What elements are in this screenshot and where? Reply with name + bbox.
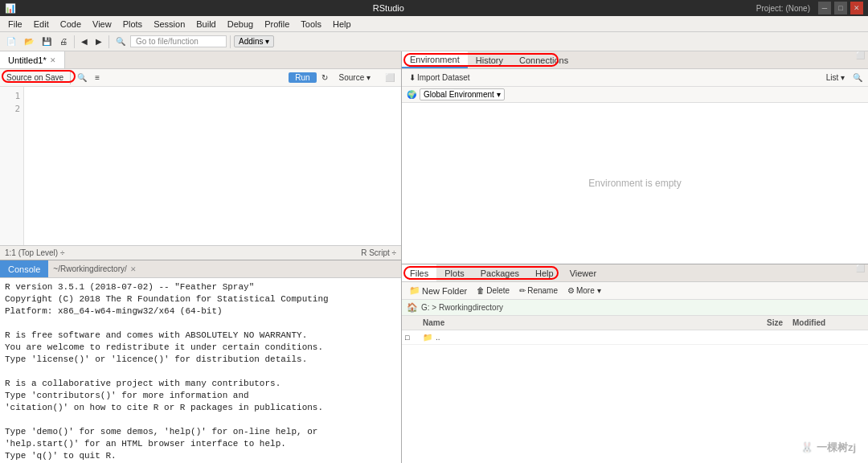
rename-icon: ✏ — [519, 286, 526, 295]
editor-tab-untitled1[interactable]: Untitled1* ✕ — [0, 51, 65, 68]
env-pane: Environment History Connections ⬜ ⬇ Impo… — [402, 51, 868, 264]
menu-profile[interactable]: Profile — [260, 18, 294, 31]
editor-area: Untitled1* ✕ Source on Save 🔍 ≡ Run ↻ So… — [0, 51, 401, 260]
menu-view[interactable]: View — [88, 18, 117, 31]
console-path: ~/ Rworkingdirectory/ ✕ — [48, 260, 141, 277]
source-save-label: Source on Save — [6, 73, 63, 82]
editor-text-area[interactable] — [24, 87, 401, 245]
menu-code[interactable]: Code — [55, 18, 86, 31]
save-source-btn[interactable]: Source on Save — [3, 72, 67, 83]
files-tab-packages[interactable]: Packages — [473, 264, 527, 281]
home-icon: 🏠 — [407, 302, 418, 313]
line-num-1: 1 — [0, 90, 20, 103]
env-toolbar-left: ⬇ Import Dataset — [405, 72, 474, 83]
maximize-btn[interactable]: □ — [834, 2, 847, 14]
menu-session[interactable]: Session — [149, 18, 190, 31]
console-content[interactable]: R version 3.5.1 (2018-07-02) -- "Feather… — [0, 278, 401, 463]
run-btn[interactable]: Run — [289, 72, 316, 83]
delete-icon: 🗑 — [477, 286, 485, 295]
menu-plots[interactable]: Plots — [118, 18, 147, 31]
menu-debug[interactable]: Debug — [223, 18, 258, 31]
save-btn[interactable]: 💾 — [39, 36, 55, 47]
files-tab-files[interactable]: Files — [402, 264, 436, 281]
env-tab-spacer — [576, 51, 853, 68]
new-file-btn[interactable]: 📄 — [3, 36, 19, 47]
console-line-2: Copyright (C) 2018 The R Foundation for … — [5, 293, 396, 305]
path-close[interactable]: ✕ — [130, 265, 137, 273]
console-line-4 — [5, 318, 396, 330]
window-controls: ─ □ ✕ — [818, 2, 863, 14]
console-area: Console ~/ Rworkingdirectory/ ✕ R versio… — [0, 260, 401, 463]
files-tab-help[interactable]: Help — [527, 264, 562, 281]
watermark-text: 🐰 一棵树zj — [800, 441, 856, 453]
right-pane: Environment History Connections ⬜ ⬇ Impo… — [402, 51, 868, 463]
table-row[interactable]: □ 📁 .. — [402, 330, 868, 345]
more-btn[interactable]: ⚙ More ▾ — [563, 285, 605, 296]
files-tab-viewer[interactable]: Viewer — [562, 264, 604, 281]
console-line-10: Type 'contributors()' for more informati… — [5, 390, 396, 402]
menu-edit[interactable]: Edit — [29, 18, 54, 31]
delete-btn[interactable]: 🗑 Delete — [473, 285, 514, 296]
titlebar-title: RStudio — [21, 3, 756, 13]
menu-help[interactable]: Help — [328, 18, 356, 31]
files-tab-plots[interactable]: Plots — [436, 264, 472, 281]
code-format-btn[interactable]: ≡ — [92, 72, 103, 83]
editor-content: 1 2 — [0, 87, 401, 245]
console-line-13: Type 'demo()' for some demos, 'help()' f… — [5, 426, 396, 438]
console-line-14: 'help.start()' for an HTML browser inter… — [5, 438, 396, 450]
new-folder-btn[interactable]: 📁 New Folder — [405, 285, 471, 297]
console-line-11: 'citation()' on how to cite R or R packa… — [5, 402, 396, 414]
files-toolbar: 📁 New Folder 🗑 Delete ✏ Rename ⚙ More ▾ — [402, 282, 868, 300]
global-env-selector[interactable]: Global Environment ▾ — [420, 88, 505, 100]
import-dataset-btn[interactable]: ⬇ Import Dataset — [405, 72, 474, 83]
line-numbers: 1 2 — [0, 87, 24, 245]
editor-tab-close[interactable]: ✕ — [50, 56, 56, 64]
global-env-bar: 🌍 Global Environment ▾ — [402, 87, 868, 103]
console-tab[interactable]: Console — [0, 260, 48, 277]
forward-btn[interactable]: ▶ — [92, 36, 105, 47]
re-run-btn[interactable]: ↻ — [318, 72, 331, 83]
find-btn[interactable]: 🔍 — [74, 72, 90, 83]
print-btn[interactable]: 🖨 — [56, 36, 71, 47]
list-btn[interactable]: List ▾ — [822, 72, 849, 83]
editor-tab-label: Untitled1* — [8, 55, 47, 65]
back-btn[interactable]: ◀ — [78, 36, 91, 47]
menu-build[interactable]: Build — [191, 18, 220, 31]
files-maximize-btn[interactable]: ⬜ — [853, 264, 868, 281]
console-line-9: R is a collaborative project with many c… — [5, 378, 396, 390]
editor-toolbar: Source on Save 🔍 ≡ Run ↻ Source ▾ ⬜ — [0, 69, 401, 87]
more-icon: ⚙ — [567, 286, 575, 295]
open-file-btn[interactable]: 📂 — [21, 36, 37, 47]
parent-folder-icon: 📁 — [423, 333, 432, 342]
menubar: File Edit Code View Plots Session Build … — [0, 16, 868, 32]
rename-btn[interactable]: ✏ Rename — [515, 285, 562, 296]
files-header: Name Size Modified — [402, 316, 868, 330]
env-search-btn[interactable]: 🔍 — [850, 72, 865, 84]
menu-file[interactable]: File — [3, 18, 27, 31]
editor-tab-bar: Untitled1* ✕ — [0, 51, 401, 69]
addins-btn[interactable]: Addins ▾ — [234, 35, 274, 47]
import-icon: ⬇ — [409, 73, 416, 82]
path-prefix: ~/ — [53, 264, 60, 273]
row-name: 📁 .. — [418, 333, 723, 342]
editor-maximize-btn[interactable]: ⬜ — [382, 72, 398, 83]
console-line-7: Type 'license()' or 'licence()' for dist… — [5, 354, 396, 366]
row-checkbox[interactable]: □ — [402, 334, 418, 342]
menu-tools[interactable]: Tools — [296, 18, 326, 31]
goto-function-btn[interactable]: 🔍 — [113, 36, 129, 47]
minimize-btn[interactable]: ─ — [818, 2, 831, 14]
env-content: Environment is empty — [402, 103, 868, 264]
files-path: G: > Rworkingdirectory — [421, 303, 503, 312]
env-tab-connections[interactable]: Connections — [511, 51, 576, 68]
titlebar-icon: 📊 — [5, 3, 16, 14]
script-type: R Script ÷ — [361, 248, 396, 257]
path-value: Rworkingdirectory/ — [60, 264, 127, 273]
col-size: Size — [723, 318, 788, 327]
source-btn[interactable]: Source ▾ — [333, 72, 377, 83]
col-modified: Modified — [788, 318, 868, 327]
env-tab-environment[interactable]: Environment — [402, 51, 468, 68]
env-toolbar: ⬇ Import Dataset List ▾ 🔍 — [402, 69, 868, 87]
env-maximize-btn[interactable]: ⬜ — [853, 51, 868, 68]
close-btn[interactable]: ✕ — [850, 2, 863, 14]
env-tab-history[interactable]: History — [468, 51, 511, 68]
